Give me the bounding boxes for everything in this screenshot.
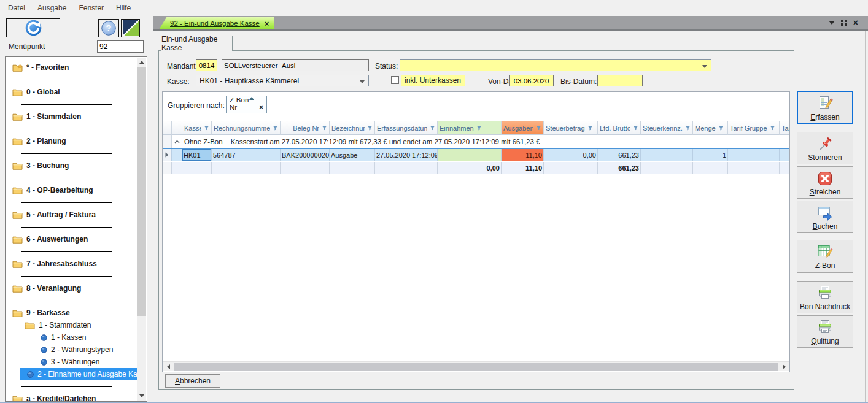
erfassen-button[interactable]: Erfassen bbox=[797, 91, 853, 124]
grid-horizontal-scrollbar[interactable] bbox=[163, 361, 789, 371]
column-header-kasse[interactable]: Kasse bbox=[182, 121, 212, 135]
kasse-select[interactable]: HK01 - Hauptkasse Kämmerei bbox=[196, 75, 369, 86]
menu-hilfe[interactable]: Hilfe bbox=[110, 2, 137, 14]
sidebar-item-0-global[interactable]: 0 - Global bbox=[6, 86, 137, 98]
menu-datei[interactable]: Datei bbox=[2, 2, 31, 14]
cell-erfassungsdatum[interactable]: 27.05.2020 17:12:09 bbox=[375, 149, 438, 161]
cell-rechnungsnummer[interactable]: 564787 bbox=[212, 149, 281, 161]
svg-text:?: ? bbox=[106, 23, 112, 33]
filter-icon[interactable] bbox=[430, 125, 435, 131]
column-header-tarif-gruppe[interactable]: Tarif Gruppe bbox=[728, 121, 780, 135]
filter-icon[interactable] bbox=[536, 125, 541, 131]
sidebar-item-a-kredite-darlehen[interactable]: a - Kredite/Darlehen bbox=[6, 393, 137, 401]
grid-group-row[interactable]: Ohne Z-Bon Kassenstart am 27.05.2020 17:… bbox=[163, 135, 790, 148]
sidebar-item-1-kassen[interactable]: 1 - Kassen bbox=[6, 331, 137, 344]
filter-icon[interactable] bbox=[587, 125, 593, 131]
cell-tarif-gruppe[interactable] bbox=[728, 149, 780, 161]
scroll-left-icon[interactable] bbox=[163, 362, 173, 372]
filter-icon[interactable] bbox=[367, 125, 373, 131]
tab-92-ein-und-ausgabe-kasse[interactable]: 92 - Ein-und Ausgabe Kasse × bbox=[159, 17, 274, 29]
close-icon[interactable]: × bbox=[265, 20, 269, 28]
sidebar-item-2-einnahme-und-ausgabe-kasse[interactable]: 2 - Einnahme und Ausgabe Kasse bbox=[20, 368, 137, 380]
cell-menge[interactable]: 1 bbox=[693, 149, 728, 161]
scroll-up-icon[interactable] bbox=[137, 58, 146, 67]
folder-icon bbox=[12, 162, 23, 170]
buchen-button[interactable]: Buchen bbox=[797, 201, 853, 233]
bon-nachdruck-button[interactable]: Bon Nachdruck bbox=[797, 281, 853, 313]
cell-tar-cut[interactable] bbox=[780, 149, 790, 161]
close-icon[interactable]: × bbox=[853, 20, 858, 26]
column-header-beleg-nr[interactable]: Beleg Nr bbox=[281, 121, 330, 135]
close-icon[interactable]: × bbox=[259, 104, 263, 111]
column-header-einnahmen[interactable]: Einnahmen bbox=[438, 121, 502, 135]
sidebar-item-4-op-bearbeitung[interactable]: 4 - OP-Bearbeitung bbox=[6, 184, 137, 196]
column-header-bezeichnung[interactable]: Bezeichnung bbox=[330, 121, 375, 135]
sidebar-item-8-veranlagung[interactable]: 8 - Veranlagung bbox=[6, 282, 137, 294]
von-datum-input[interactable] bbox=[509, 75, 554, 86]
sidebar-item-favoriten[interactable]: * - Favoriten bbox=[6, 61, 137, 74]
filter-icon[interactable] bbox=[633, 125, 638, 131]
menu-ausgabe[interactable]: Ausgabe bbox=[31, 2, 72, 14]
sidebar-scrollbar[interactable] bbox=[137, 58, 146, 401]
filter-icon[interactable] bbox=[685, 125, 691, 131]
scroll-right-icon[interactable] bbox=[779, 362, 789, 372]
column-header-rechnungsnummer[interactable]: Rechnungsnummer bbox=[212, 121, 281, 135]
mandant-code-input[interactable] bbox=[196, 59, 217, 71]
chevron-down-icon[interactable] bbox=[829, 21, 835, 25]
bis-datum-input[interactable] bbox=[597, 75, 643, 86]
app-logo-button[interactable] bbox=[121, 19, 140, 37]
refresh-button[interactable] bbox=[6, 18, 60, 37]
column-header-menge[interactable]: Menge bbox=[693, 121, 728, 135]
help-button[interactable]: ? bbox=[98, 19, 119, 37]
sidebar-item-1-stammdaten[interactable]: 1 - Stammdaten bbox=[6, 110, 137, 123]
sidebar-item-2-währungstypen[interactable]: 2 - Währungstypen bbox=[6, 344, 137, 356]
column-header-ausgaben[interactable]: Ausgaben bbox=[502, 121, 544, 135]
mandant-name-input[interactable] bbox=[222, 59, 369, 71]
sidebar-item-3-buchung[interactable]: 3 - Buchung bbox=[6, 159, 137, 172]
abbrechen-button[interactable]: Abbrechen bbox=[165, 374, 220, 388]
group-by-chip-z-bon-nr[interactable]: Z-Bon-Nr × bbox=[226, 96, 267, 113]
sidebar-item-9-barkasse[interactable]: 9 - Barkasse bbox=[6, 307, 137, 319]
filter-icon[interactable] bbox=[476, 125, 482, 131]
status-select[interactable] bbox=[400, 59, 711, 71]
sidebar-item-7-jahresabschluss[interactable]: 7 - Jahresabschluss bbox=[6, 258, 137, 270]
stornieren-button[interactable]: Stornieren bbox=[797, 132, 853, 164]
cell-lfd-brutto[interactable]: 661,23 bbox=[598, 149, 641, 161]
filter-icon[interactable] bbox=[770, 125, 775, 131]
scrollbar-thumb[interactable] bbox=[137, 67, 146, 316]
unterkassen-checkbox[interactable] bbox=[391, 76, 399, 84]
filter-icon[interactable] bbox=[204, 125, 209, 131]
menu-fenster[interactable]: Fenster bbox=[72, 2, 110, 14]
sidebar-item-2-planung[interactable]: 2 - Planung bbox=[6, 135, 137, 147]
sidebar-item-3-währungen[interactable]: 3 - Währungen bbox=[6, 356, 137, 368]
window-layout-icon[interactable] bbox=[841, 20, 847, 26]
menupunkt-input[interactable] bbox=[97, 40, 144, 53]
cell-bezeichnung[interactable]: Ausgabe bbox=[330, 149, 375, 161]
column-header-erfassungsdatum[interactable]: Erfassungsdatum bbox=[375, 121, 438, 135]
cell-steuerbetrag[interactable]: 0,00 bbox=[544, 149, 598, 161]
column-header-tar-cut[interactable]: Tar bbox=[780, 121, 790, 135]
cell-steuerkennz[interactable] bbox=[641, 149, 693, 161]
sidebar-item-6-auswertungen[interactable]: 6 - Auswertungen bbox=[6, 233, 137, 245]
collapse-group-icon[interactable] bbox=[172, 135, 182, 148]
z-bon-button[interactable]: Z-Bon bbox=[797, 240, 853, 273]
column-header-steuerkennz[interactable]: Steuerkennz. bbox=[641, 121, 693, 135]
filter-icon[interactable] bbox=[718, 125, 724, 131]
cell-einnahmen[interactable] bbox=[438, 149, 502, 161]
filter-icon[interactable] bbox=[273, 125, 278, 131]
sidebar-item-1-stammdaten[interactable]: 1 - Stammdaten bbox=[6, 319, 137, 331]
sidebar-item-5-auftrag-faktura[interactable]: 5 - Auftrag / Faktura bbox=[6, 209, 137, 221]
streichen-button[interactable]: Streichen bbox=[797, 166, 853, 199]
cell-kasse[interactable]: HK01 bbox=[182, 149, 212, 161]
cell-beleg-nr[interactable]: BAK200000020 bbox=[281, 149, 330, 161]
cell-ausgaben[interactable]: 11,10 bbox=[502, 149, 544, 161]
quittung-button[interactable]: Quittung bbox=[797, 315, 853, 348]
grid-data-row[interactable]: HK01564787BAK200000020Ausgabe27.05.2020 … bbox=[163, 148, 790, 161]
scroll-down-icon[interactable] bbox=[137, 391, 146, 401]
filter-icon[interactable] bbox=[322, 125, 327, 131]
splitter[interactable] bbox=[856, 31, 866, 403]
scrollbar-thumb[interactable] bbox=[174, 363, 778, 371]
column-header-steuerbetrag[interactable]: Steuerbetrag bbox=[544, 121, 598, 135]
page-tab-ein-und-ausgabe-kasse[interactable]: Ein-und Ausgabe Kasse bbox=[161, 36, 233, 51]
column-header-lfd-brutto[interactable]: Lfd. Brutto bbox=[598, 121, 641, 135]
